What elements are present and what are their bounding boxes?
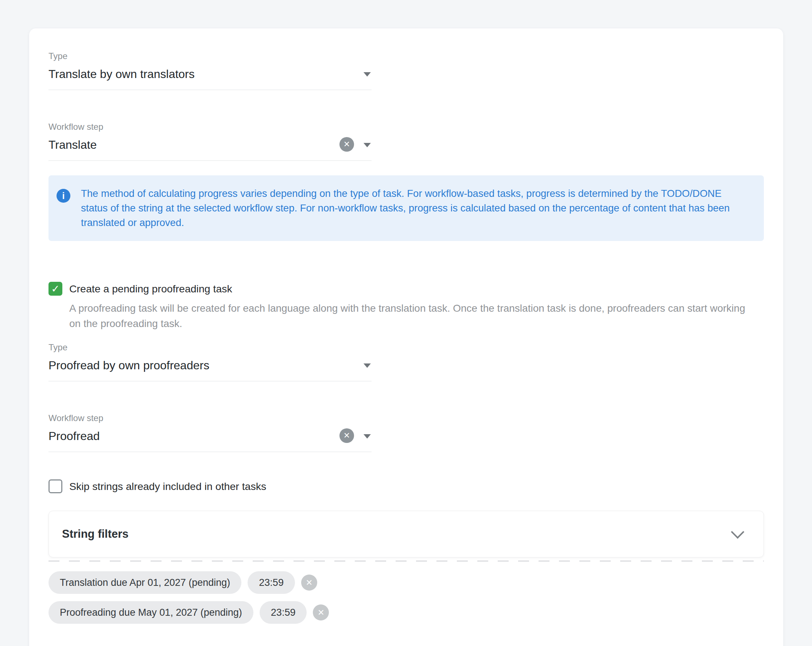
- info-icon: i: [56, 189, 70, 203]
- create-proofreading-task-label: Create a pending proofreading task: [69, 283, 232, 295]
- create-proofreading-task-checkbox[interactable]: ✓: [49, 282, 63, 296]
- skip-strings-label: Skip strings already included in other t…: [69, 480, 266, 492]
- proofread-type-field-group: Type Proofread by own proofreaders: [49, 342, 764, 381]
- proofread-type-label: Type: [49, 342, 764, 352]
- chevron-down-icon[interactable]: [363, 72, 371, 76]
- clear-icon[interactable]: ✕: [339, 137, 354, 152]
- translate-type-value: Translate by own translators: [49, 67, 195, 81]
- proofread-workflow-label: Workflow step: [49, 413, 764, 423]
- skip-strings-section: Skip strings already included in other t…: [49, 479, 764, 493]
- proofread-type-value: Proofread by own proofreaders: [49, 359, 209, 372]
- close-icon[interactable]: ✕: [313, 605, 329, 620]
- translate-type-field-group: Type Translate by own translators: [49, 51, 764, 90]
- clear-icon[interactable]: ✕: [339, 428, 354, 443]
- translate-type-select[interactable]: Translate by own translators: [49, 61, 372, 90]
- close-icon[interactable]: ✕: [301, 574, 317, 591]
- translate-workflow-value: Translate: [49, 138, 97, 151]
- proofread-workflow-field-group: Workflow step Proofread ✕: [49, 413, 764, 452]
- skip-strings-checkbox[interactable]: [49, 479, 63, 493]
- chevron-down-icon[interactable]: [363, 143, 371, 147]
- task-form-card: Type Translate by own translators Workfl…: [29, 29, 783, 646]
- deadline-chips-area: Translation due Apr 01, 2027 (pending) 2…: [49, 571, 764, 624]
- proofread-workflow-select[interactable]: Proofread ✕: [49, 423, 372, 452]
- proofreading-checkbox-section: ✓ Create a pending proofreading task A p…: [49, 282, 764, 331]
- proofread-type-select[interactable]: Proofread by own proofreaders: [49, 352, 372, 381]
- proofreading-deadline-chip[interactable]: Proofreading due May 01, 2027 (pending): [49, 601, 253, 624]
- chevron-down-icon[interactable]: [363, 434, 371, 439]
- translate-type-label: Type: [49, 51, 764, 61]
- translation-deadline-time-chip[interactable]: 23:59: [247, 571, 295, 594]
- deadline-row: Proofreading due May 01, 2027 (pending) …: [49, 601, 764, 624]
- dashed-divider: [49, 560, 764, 562]
- translate-workflow-select[interactable]: Translate ✕: [49, 132, 372, 161]
- progress-info-banner: i The method of calculating progress var…: [49, 175, 764, 241]
- string-filters-panel[interactable]: String filters: [49, 511, 764, 558]
- proofread-workflow-value: Proofread: [49, 430, 100, 443]
- chevron-down-icon[interactable]: [363, 363, 371, 368]
- chevron-down-icon[interactable]: [731, 525, 745, 539]
- progress-info-text: The method of calculating progress varie…: [81, 186, 749, 230]
- deadline-row: Translation due Apr 01, 2027 (pending) 2…: [49, 571, 764, 594]
- translate-workflow-label: Workflow step: [49, 122, 764, 132]
- create-proofreading-task-description: A proofreading task will be created for …: [69, 301, 755, 331]
- proofreading-deadline-time-chip[interactable]: 23:59: [259, 601, 307, 624]
- string-filters-title: String filters: [62, 527, 129, 541]
- translate-workflow-field-group: Workflow step Translate ✕: [49, 122, 764, 161]
- translation-deadline-chip[interactable]: Translation due Apr 01, 2027 (pending): [49, 571, 241, 594]
